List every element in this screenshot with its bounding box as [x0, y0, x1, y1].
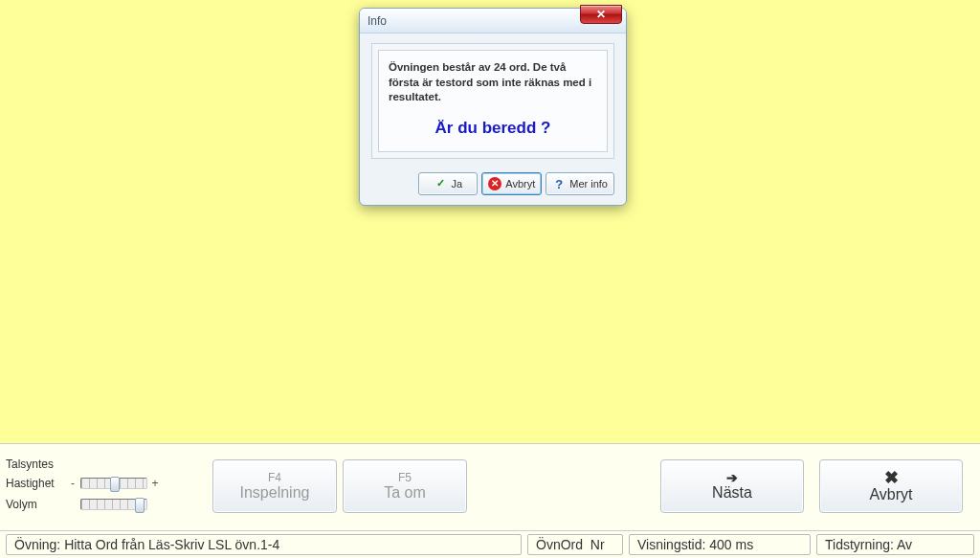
dialog-close-button[interactable]: ✕	[580, 5, 622, 24]
nasta-button[interactable]: ➔ Nästa	[660, 459, 804, 513]
f4-key-label: F4	[268, 471, 281, 484]
volume-slider-row: Volym	[6, 494, 159, 515]
minus-icon: -	[69, 477, 77, 490]
ta-om-button[interactable]: F5 Ta om	[343, 459, 467, 513]
dialog-panel-inner: Övningen består av 24 ord. De två första…	[378, 50, 608, 152]
close-icon: ✕	[596, 8, 606, 21]
x-icon: ✖	[884, 469, 899, 486]
avbryt-label: Avbryt	[869, 486, 912, 503]
status-ovnord: ÖvnOrd Nr	[527, 534, 623, 555]
bottom-control-bar: Talsyntes Hastighet - + Volym F4 Inspeln…	[0, 443, 980, 531]
f5-key-label: F5	[398, 471, 412, 484]
cancel-icon: ✕	[488, 177, 501, 190]
status-tidstyrning: Tidstyrning: Av	[816, 534, 974, 555]
dialog-message: Övningen består av 24 ord. De två första…	[389, 60, 597, 105]
yes-button-label: Ja	[451, 178, 462, 190]
dialog-button-row: ✓ Ja ✕ Avbryt ? Mer info	[371, 172, 614, 195]
dialog-panel: Övningen består av 24 ord. De två första…	[371, 43, 614, 159]
status-ovning: Övning: Hitta Ord från Läs-Skriv LSL övn…	[6, 534, 522, 555]
nr-label: Nr	[590, 537, 605, 552]
volume-slider[interactable]	[80, 499, 147, 510]
speed-label: Hastighet	[6, 477, 65, 490]
nasta-label: Nästa	[712, 484, 752, 502]
volume-slider-thumb[interactable]	[135, 498, 145, 513]
ta-om-label: Ta om	[384, 484, 426, 502]
status-bar: Övning: Hitta Ord från Läs-Skriv LSL övn…	[0, 531, 980, 558]
dialog-title: Info	[368, 14, 387, 28]
status-visningstid: Visningstid: 400 ms	[629, 534, 811, 555]
ovnord-label: ÖvnOrd	[536, 537, 583, 552]
dialog-body: Övningen består av 24 ord. De två första…	[360, 33, 626, 205]
speed-slider-thumb[interactable]	[110, 477, 120, 492]
more-info-button[interactable]: ? Mer info	[546, 172, 614, 195]
talsyntes-title: Talsyntes	[6, 458, 159, 471]
cancel-button-label: Avbryt	[505, 178, 535, 190]
talsyntes-panel: Talsyntes Hastighet - + Volym	[6, 458, 159, 515]
avbryt-button[interactable]: ✖ Avbryt	[819, 459, 963, 513]
cancel-button[interactable]: ✕ Avbryt	[481, 172, 542, 195]
info-dialog: Info ✕ Övningen består av 24 ord. De två…	[359, 8, 627, 206]
inspelning-button[interactable]: F4 Inspelning	[212, 459, 337, 513]
dialog-titlebar[interactable]: Info ✕	[360, 9, 626, 33]
arrow-right-icon: ➔	[726, 471, 738, 484]
more-info-button-label: Mer info	[569, 178, 608, 190]
main-canvas: Info ✕ Övningen består av 24 ord. De två…	[0, 0, 980, 443]
check-icon: ✓	[434, 177, 447, 190]
inspelning-label: Inspelning	[240, 484, 310, 502]
volume-label: Volym	[6, 498, 65, 511]
speed-slider-row: Hastighet - +	[6, 473, 159, 494]
speed-slider[interactable]	[80, 478, 147, 489]
plus-icon: +	[151, 477, 159, 490]
help-icon: ?	[552, 177, 566, 190]
dialog-prompt: Är du beredd ?	[389, 119, 597, 138]
yes-button[interactable]: ✓ Ja	[418, 172, 478, 195]
